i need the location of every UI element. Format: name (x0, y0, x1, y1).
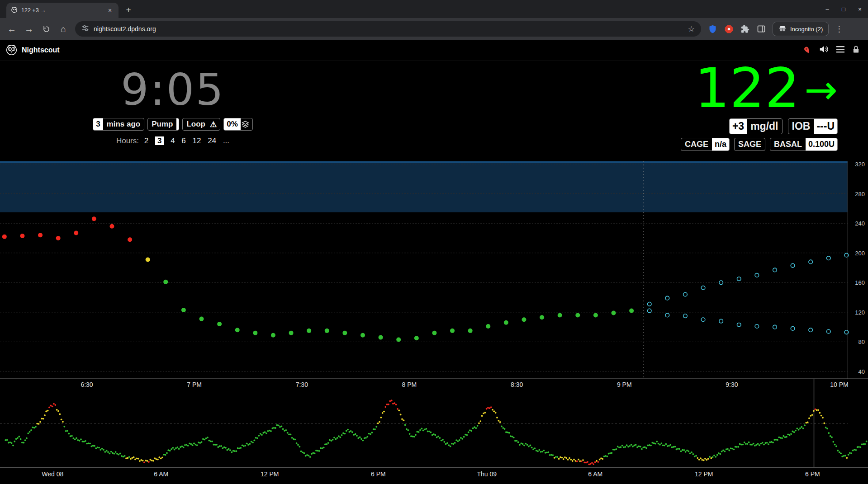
hours-option-12[interactable]: 12 (193, 136, 201, 145)
speaker-icon[interactable] (819, 44, 829, 56)
current-bg-value: 122 (694, 62, 800, 115)
pump-value (176, 118, 179, 130)
svg-text:160: 160 (855, 279, 865, 286)
hours-option-24[interactable]: 24 (208, 136, 216, 145)
hours-option-4[interactable]: 4 (171, 136, 175, 145)
clock: 9:05 (76, 68, 270, 112)
pill-minutes-ago[interactable]: 3 mins ago (93, 118, 144, 131)
incognito-icon (778, 24, 787, 34)
svg-text:240: 240 (855, 220, 865, 227)
browser-tab-strip: 122 +3 → × + – □ × (0, 0, 868, 18)
hours-option-2[interactable]: 2 (144, 136, 148, 145)
alarm-pin-icon[interactable] (802, 44, 813, 56)
svg-text:320: 320 (855, 161, 865, 168)
side-panel-icon[interactable] (754, 21, 769, 37)
window-minimize-button[interactable]: – (819, 0, 835, 18)
adblock-extension-icon[interactable] (721, 21, 736, 37)
svg-text:6 PM: 6 PM (805, 470, 820, 478)
basal-value: 0.100U (806, 138, 837, 150)
svg-text:12 PM: 12 PM (261, 470, 279, 478)
basal-label: BASAL (770, 138, 806, 150)
svg-text:6 AM: 6 AM (588, 470, 602, 478)
basal-percent-value: 0% (224, 118, 241, 130)
hours-option-more[interactable]: ... (223, 136, 229, 145)
minutes-ago-value: 3 (93, 118, 103, 130)
window-maximize-button[interactable]: □ (835, 0, 852, 18)
pill-sage[interactable]: SAGE (734, 138, 765, 151)
svg-text:12 PM: 12 PM (695, 470, 713, 478)
cage-value: n/a (712, 138, 729, 150)
site-info-icon[interactable] (81, 24, 89, 34)
svg-text:80: 80 (859, 338, 865, 345)
svg-text:9:30: 9:30 (726, 381, 738, 388)
svg-text:8:30: 8:30 (511, 381, 523, 388)
new-tab-button[interactable]: + (122, 4, 135, 16)
pill-cage[interactable]: CAGE n/a (681, 138, 730, 151)
iob-label: IOB (788, 119, 814, 134)
pill-basal[interactable]: BASAL 0.100U (770, 138, 838, 151)
trend-arrow-flat-icon: → (804, 66, 838, 113)
iob-value: ---U (814, 119, 837, 134)
hours-option-6[interactable]: 6 (181, 136, 185, 145)
delta-value: +3 (730, 119, 747, 134)
sage-label: SAGE (735, 138, 765, 150)
window-controls: – □ × (819, 0, 868, 18)
main-glucose-chart[interactable]: 3202802402001601208040 (0, 161, 868, 379)
shield-extension-icon[interactable] (705, 21, 720, 37)
pill-delta[interactable]: +3 mg/dl (729, 118, 783, 134)
svg-text:10 PM: 10 PM (830, 381, 848, 388)
svg-text:Thu 09: Thu 09 (477, 470, 497, 478)
loop-warning-icon: ⚠ (209, 118, 220, 130)
hours-option-3-active[interactable]: 3 (155, 136, 164, 145)
header-icons (803, 44, 863, 56)
back-button[interactable]: ← (4, 21, 20, 37)
forward-button[interactable]: → (21, 21, 37, 37)
incognito-label: Incognito (2) (790, 26, 823, 33)
url-text[interactable]: nightscout2.dpdns.org (94, 25, 683, 33)
pill-loop[interactable]: Loop ⚠ (182, 118, 220, 131)
menu-hamburger-icon[interactable] (836, 45, 845, 55)
svg-text:40: 40 (859, 368, 865, 375)
svg-text:6 PM: 6 PM (371, 470, 386, 478)
reload-button[interactable] (38, 21, 54, 37)
age-basal-row: CAGE n/a SAGE BASAL 0.100U (681, 138, 838, 151)
svg-text:8 PM: 8 PM (402, 381, 417, 388)
svg-text:280: 280 (855, 191, 865, 197)
window-close-button[interactable]: × (852, 0, 868, 18)
browser-toolbar: ← → ⌂ nightscout2.dpdns.org ☆ Incognito … (0, 18, 868, 40)
svg-text:6 AM: 6 AM (154, 470, 168, 478)
address-bar[interactable]: nightscout2.dpdns.org ☆ (75, 21, 701, 37)
svg-text:7 PM: 7 PM (187, 381, 202, 388)
minutes-ago-label: mins ago (103, 118, 144, 130)
pump-label: Pump (148, 118, 176, 130)
svg-text:120: 120 (855, 309, 865, 316)
units-label: mg/dl (747, 119, 782, 134)
tab-close-icon[interactable]: × (106, 6, 114, 14)
browser-tab[interactable]: 122 +3 → × (6, 3, 119, 18)
status-pills: 3 mins ago Pump Loop ⚠ 0% (76, 118, 270, 131)
current-bg-row: 122 → (681, 62, 838, 115)
pill-pump[interactable]: Pump (147, 118, 179, 131)
pill-iob[interactable]: IOB ---U (788, 118, 838, 134)
layers-stack-icon (241, 118, 252, 130)
svg-text:200: 200 (855, 250, 865, 257)
svg-text:Wed 08: Wed 08 (42, 470, 63, 478)
tab-title: 122 +3 → (21, 7, 102, 14)
app-title: Nightscout (22, 46, 60, 54)
home-button[interactable]: ⌂ (55, 21, 71, 37)
incognito-badge[interactable]: Incognito (2) (773, 22, 829, 36)
lock-icon[interactable] (852, 45, 860, 56)
status-left-column: 9:05 3 mins ago Pump Loop ⚠ 0% Hours: 2 … (76, 68, 270, 146)
hours-selector: Hours: 2 3 4 6 12 24 ... (76, 136, 270, 146)
svg-text:9 PM: 9 PM (617, 381, 632, 388)
bookmark-star-icon[interactable]: ☆ (688, 24, 695, 34)
browser-menu-kebab-icon[interactable]: ⋮ (832, 24, 846, 34)
context-glucose-chart[interactable]: 6:307 PM7:308 PM8:309 PM9:3010 PMWed 086… (0, 379, 868, 484)
extensions-puzzle-icon[interactable] (737, 21, 753, 37)
status-right-column: 122 → +3 mg/dl IOB ---U CAGE n/a SAGE BA… (681, 62, 838, 151)
svg-text:7:30: 7:30 (296, 381, 308, 388)
svg-text:6:30: 6:30 (81, 381, 93, 388)
tab-favicon-owl-icon (11, 6, 18, 14)
pill-basal-percent[interactable]: 0% (223, 118, 253, 131)
bg-detail-row: +3 mg/dl IOB ---U (681, 118, 838, 134)
